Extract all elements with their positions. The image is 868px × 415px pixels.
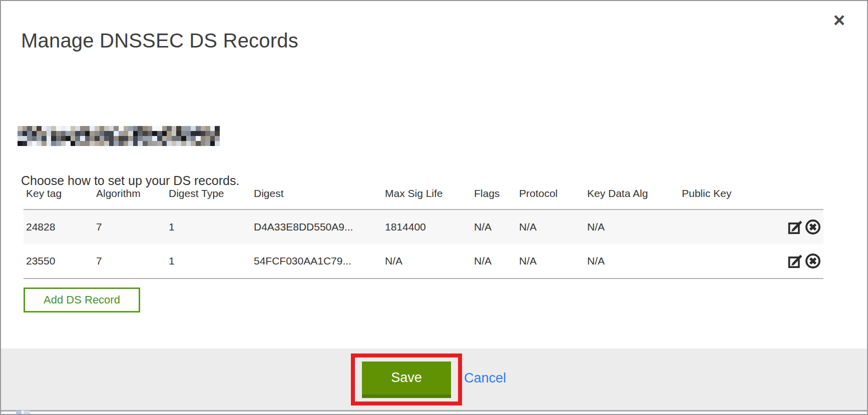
add-ds-record-button[interactable]: Add DS Record — [24, 288, 140, 312]
cell-key-data-alg: N/A — [587, 255, 682, 267]
page-title: Manage DNSSEC DS Records — [21, 30, 298, 52]
save-button[interactable]: Save — [362, 362, 451, 398]
cell-key-tag: 23550 — [24, 255, 96, 267]
cell-algorithm: 7 — [96, 221, 169, 233]
table-row: 23550 7 1 54FCF030AA1C79... N/A N/A N/A … — [24, 244, 823, 278]
cell-digest: D4A33E8DD550A9... — [254, 221, 385, 233]
cell-max-sig-life: 1814400 — [385, 221, 474, 233]
header-flags: Flags — [474, 188, 519, 200]
cell-key-tag: 24828 — [24, 221, 96, 233]
header-digest-type: Digest Type — [169, 188, 254, 200]
edit-record-icon[interactable] — [787, 252, 804, 270]
header-protocol: Protocol — [519, 188, 587, 200]
table-row: 24828 7 1 D4A33E8DD550A9... 1814400 N/A … — [24, 210, 823, 244]
table-header-row: Key tag Algorithm Digest Type Digest Max… — [24, 184, 823, 210]
background-page-fragment — [16, 410, 30, 414]
header-key-tag: Key tag — [24, 188, 96, 200]
header-public-key: Public Key — [682, 188, 783, 200]
save-highlight-annotation: Save — [351, 354, 462, 406]
header-algorithm: Algorithm — [96, 188, 169, 200]
cell-flags: N/A — [474, 221, 519, 233]
header-max-sig-life: Max Sig Life — [385, 188, 474, 200]
cell-digest-type: 1 — [169, 221, 254, 233]
cell-max-sig-life: N/A — [385, 255, 474, 267]
cell-flags: N/A — [474, 255, 519, 267]
header-digest: Digest — [254, 188, 385, 200]
ds-records-table: Key tag Algorithm Digest Type Digest Max… — [24, 184, 823, 279]
cell-protocol: N/A — [519, 255, 587, 267]
cancel-link[interactable]: Cancel — [464, 370, 506, 386]
dialog-footer: Save Cancel — [1, 348, 867, 412]
redacted-domain-name — [18, 126, 220, 146]
delete-record-icon[interactable] — [804, 252, 821, 270]
cell-protocol: N/A — [519, 221, 587, 233]
header-key-data-alg: Key Data Alg — [587, 188, 682, 200]
dnssec-dialog: Manage DNSSEC DS Records × Choose how to… — [0, 0, 868, 415]
cell-key-data-alg: N/A — [587, 221, 682, 233]
cell-algorithm: 7 — [96, 255, 169, 267]
table-bottom-border — [24, 278, 823, 279]
edit-record-icon[interactable] — [787, 218, 804, 236]
cell-digest: 54FCF030AA1C79... — [254, 255, 385, 267]
cell-digest-type: 1 — [169, 255, 254, 267]
delete-record-icon[interactable] — [804, 218, 821, 236]
close-icon[interactable]: × — [833, 10, 845, 30]
